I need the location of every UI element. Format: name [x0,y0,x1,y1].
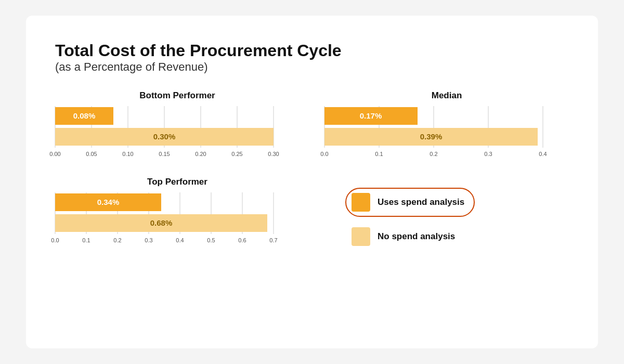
bar-label-bottom-light: 0.30% [153,132,176,141]
svg-text:0.0: 0.0 [320,151,328,157]
chart-bars-top: 0.34% 0.68% 0.0 0.1 0.2 0.3 0.4 0.5 0.6 … [55,192,300,246]
svg-text:0.10: 0.10 [122,151,133,157]
svg-text:0.6: 0.6 [238,237,246,243]
bar-label-top-orange: 0.34% [97,198,120,206]
svg-text:0.1: 0.1 [82,237,90,243]
svg-text:0.30: 0.30 [268,151,279,157]
chart-svg-median: 0.17% 0.39% 0.0 0.1 0.2 0.3 0.4 [324,106,543,158]
svg-text:0.7: 0.7 [269,237,277,243]
main-card: Total Cost of the Procurement Cycle (as … [26,16,598,348]
svg-text:0.3: 0.3 [145,237,152,243]
chart-median: Median 0.17% 0.39% 0.0 [324,90,569,160]
svg-text:0.0: 0.0 [51,237,59,243]
svg-text:0.2: 0.2 [430,151,437,157]
svg-text:0.00: 0.00 [49,151,60,157]
legend-no-spend-label: No spend analysis [378,231,455,242]
legend-uses-spend-label: Uses spend analysis [378,197,464,207]
legend-no-spend: No spend analysis [345,227,455,246]
bar-label-bottom-orange: 0.08% [73,111,96,120]
chart-title-top: Top Performer [55,177,300,187]
svg-text:0.05: 0.05 [86,151,97,157]
main-title: Total Cost of the Procurement Cycle [55,41,569,60]
legend-swatch-light [352,227,370,246]
chart-top-performer: Top Performer 0.34% 0 [55,177,300,246]
svg-text:0.4: 0.4 [176,237,184,243]
svg-text:0.2: 0.2 [113,237,121,243]
svg-text:0.15: 0.15 [159,151,170,157]
legend-uses-spend-circled: Uses spend analysis [345,188,475,217]
svg-text:0.4: 0.4 [539,151,547,157]
legend-swatch-orange [352,193,370,212]
svg-text:0.1: 0.1 [375,151,383,157]
svg-text:0.20: 0.20 [195,151,206,157]
chart-bottom-performer: Bottom Performer 0.08% 0.30% [55,90,300,160]
svg-text:0.25: 0.25 [231,151,242,157]
chart-bars-bottom: 0.08% 0.30% 0.00 0.05 0.10 0.15 0.20 0.2… [55,106,300,160]
bar-label-top-light: 0.68% [150,218,173,227]
svg-text:0.5: 0.5 [207,237,215,243]
chart-svg-bottom: 0.08% 0.30% 0.00 0.05 0.10 0.15 0.20 0.2… [55,106,274,158]
chart-title-bottom: Bottom Performer [55,90,300,101]
chart-bars-median: 0.17% 0.39% 0.0 0.1 0.2 0.3 0.4 [324,106,569,160]
legend-block: Uses spend analysis No spend analysis [324,177,569,246]
svg-text:0.3: 0.3 [484,151,492,157]
bar-label-median-light: 0.39% [420,132,443,141]
chart-title-median: Median [324,90,569,101]
charts-grid: Bottom Performer 0.08% 0.30% [55,90,569,246]
chart-svg-top: 0.34% 0.68% 0.0 0.1 0.2 0.3 0.4 0.5 0.6 … [55,192,274,244]
bar-label-median-orange: 0.17% [360,111,382,120]
main-subtitle: (as a Percentage of Revenue) [55,60,569,74]
